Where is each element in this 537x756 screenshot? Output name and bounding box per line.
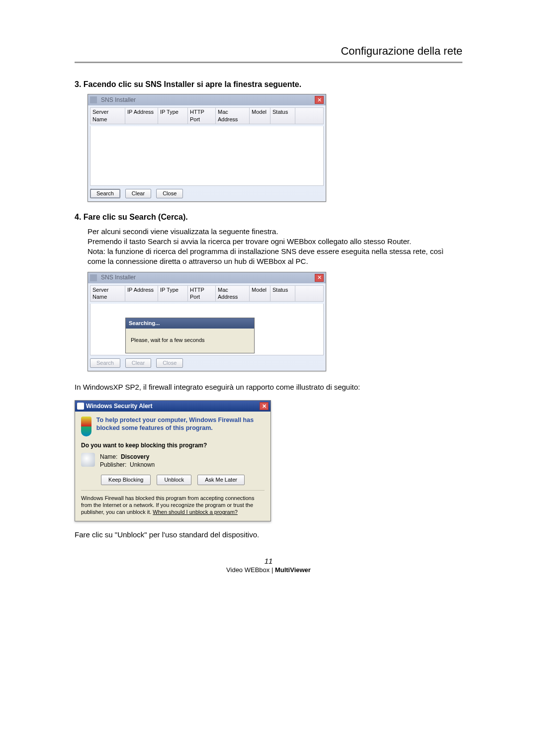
page-title: Configurazione della rete	[75, 45, 462, 63]
col-mac-address[interactable]: Mac Address	[216, 286, 250, 302]
name-value: Discovery	[121, 453, 149, 460]
close-icon[interactable]: ✕	[315, 96, 324, 104]
alert-fineprint: Windows Firewall has blocked this progra…	[81, 490, 265, 516]
col-status[interactable]: Status	[270, 108, 295, 124]
page-footer: 11 Video WEBbox | MultiViewer	[75, 557, 462, 574]
server-list	[90, 126, 324, 186]
server-list: Searching... Please, wait for a few seco…	[90, 304, 324, 355]
clear-button: Clear	[125, 358, 151, 368]
unblock-button[interactable]: Unblock	[157, 475, 191, 485]
app-icon	[90, 96, 97, 103]
col-ip-address[interactable]: IP Address	[125, 286, 158, 302]
col-server-name[interactable]: Server Name	[90, 286, 125, 302]
clear-button[interactable]: Clear	[125, 189, 151, 198]
col-ip-type[interactable]: IP Type	[158, 286, 188, 302]
alert-question: Do you want to keep blocking this progra…	[81, 441, 265, 449]
search-button: Search	[90, 358, 120, 368]
step3-heading: 3. Facendo clic su SNS Installer si apre…	[75, 80, 462, 89]
step4-body: Per alcuni secondi viene visualizzata la…	[75, 227, 462, 372]
close-icon[interactable]: ✕	[315, 274, 324, 282]
col-http-port[interactable]: HTTP Port	[188, 286, 216, 302]
step4-line1: Per alcuni secondi viene visualizzata la…	[88, 227, 462, 237]
col-ip-type[interactable]: IP Type	[158, 108, 188, 124]
name-label: Name:	[100, 453, 117, 460]
col-server-name[interactable]: Server Name	[90, 108, 125, 124]
column-headers: Server Name IP Address IP Type HTTP Port…	[90, 285, 324, 302]
app-icon	[90, 274, 97, 281]
unblock-help-link[interactable]: When should I unblock a program?	[153, 509, 238, 515]
col-model[interactable]: Model	[250, 286, 270, 302]
col-ip-address[interactable]: IP Address	[125, 108, 158, 124]
footer-product-b: MultiViewer	[275, 566, 311, 574]
keep-blocking-button[interactable]: Keep Blocking	[101, 475, 151, 485]
footer-product-a: Video WEBbox	[226, 566, 269, 574]
alert-headline: To help protect your computer, Windows F…	[96, 417, 265, 432]
security-alert-window: Windows Security Alert ✕ To help protect…	[75, 400, 271, 521]
close-button[interactable]: Close	[156, 189, 183, 198]
publisher-label: Publisher:	[100, 461, 126, 468]
step4-heading: 4. Fare clic su Search (Cerca).	[75, 213, 462, 222]
publisher-value: Unknown	[130, 461, 155, 468]
close-icon[interactable]: ✕	[260, 402, 268, 410]
searching-dialog: Searching... Please, wait for a few seco…	[125, 318, 255, 353]
col-model[interactable]: Model	[250, 108, 270, 124]
ask-later-button[interactable]: Ask Me Later	[197, 475, 245, 485]
firewall-intro: In WindowsXP SP2, il firewall integrato …	[75, 382, 462, 392]
alert-icon	[77, 403, 84, 410]
step4-line3: Nota: la funzione di ricerca del program…	[88, 247, 462, 267]
col-status[interactable]: Status	[270, 286, 295, 302]
searching-body: Please, wait for a few seconds	[126, 329, 254, 353]
searching-title: Searching...	[126, 318, 254, 329]
page-number: 11	[75, 557, 462, 565]
firewall-after: Fare clic su "Unblock" per l'uso standar…	[75, 530, 462, 539]
col-mac-address[interactable]: Mac Address	[216, 108, 250, 124]
step4-line2: Premendo il tasto Search si avvia la ric…	[88, 237, 462, 247]
close-button: Close	[156, 358, 183, 368]
col-http-port[interactable]: HTTP Port	[188, 108, 216, 124]
shield-icon	[81, 417, 91, 436]
sns-installer-window-1: SNS Installer ✕ Server Name IP Address I…	[88, 94, 326, 202]
sns-installer-window-2: SNS Installer ✕ Server Name IP Address I…	[88, 272, 326, 372]
program-icon	[81, 453, 95, 467]
column-headers: Server Name IP Address IP Type HTTP Port…	[90, 107, 324, 124]
alert-title: Windows Security Alert	[86, 402, 152, 410]
search-button[interactable]: Search	[90, 189, 120, 198]
window-title: SNS Installer	[101, 273, 136, 281]
window-title: SNS Installer	[101, 96, 136, 104]
